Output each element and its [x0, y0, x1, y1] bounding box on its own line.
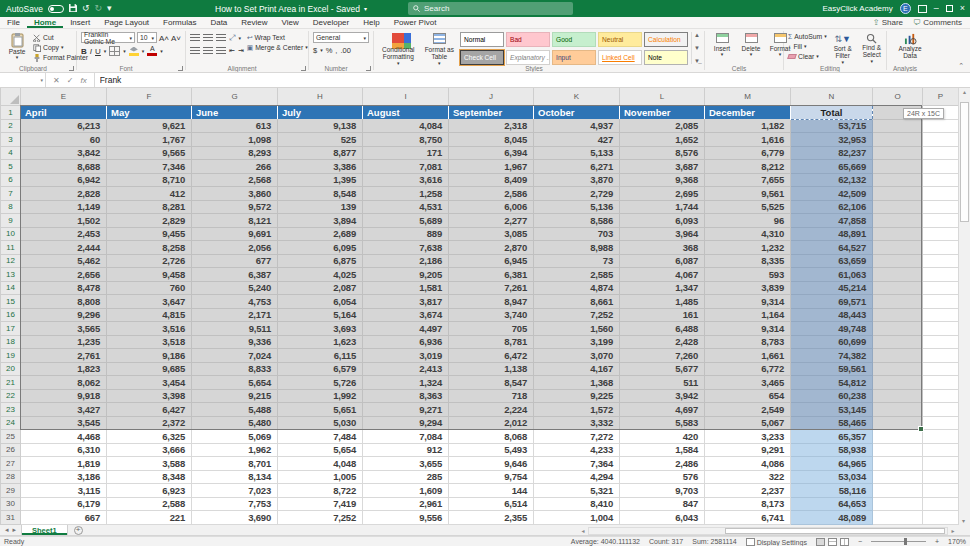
row-header-3[interactable]: 3: [1, 133, 21, 147]
cell-N20[interactable]: 59,561: [791, 362, 873, 376]
cell-G22[interactable]: 9,215: [192, 389, 278, 403]
cell-I11[interactable]: 7,638: [363, 241, 449, 255]
cell-M9[interactable]: 96: [705, 214, 791, 228]
cell-H2[interactable]: 9,138: [278, 119, 363, 133]
row-header-24[interactable]: 24: [1, 416, 21, 430]
cell-G15[interactable]: 4,753: [192, 295, 278, 309]
cell-N22[interactable]: 60,238: [791, 389, 873, 403]
cell-P9[interactable]: [923, 214, 959, 228]
cell-G7[interactable]: 3,860: [192, 187, 278, 201]
cell-P4[interactable]: [923, 146, 959, 160]
cell-H28[interactable]: 1,005: [278, 470, 363, 484]
cell-O22[interactable]: [873, 389, 923, 403]
style-chip-calculation[interactable]: Calculation: [644, 32, 688, 47]
cell-O8[interactable]: [873, 200, 923, 214]
cell-M20[interactable]: 6,772: [705, 362, 791, 376]
percent-button[interactable]: %: [326, 46, 333, 55]
row-header-21[interactable]: 21: [1, 376, 21, 390]
cell-L5[interactable]: 3,687: [620, 160, 705, 174]
sheet-nav-left-icon[interactable]: ◂: [5, 526, 9, 534]
style-chip-note[interactable]: Note: [644, 50, 688, 65]
cell-H21[interactable]: 5,726: [278, 376, 363, 390]
cell-F17[interactable]: 3,516: [107, 322, 192, 336]
row-header-26[interactable]: 26: [1, 443, 21, 457]
cell-K30[interactable]: 8,410: [534, 497, 620, 511]
row-header-6[interactable]: 6: [1, 173, 21, 187]
cell-P22[interactable]: [923, 389, 959, 403]
cell-L15[interactable]: 1,485: [620, 295, 705, 309]
cell-L19[interactable]: 7,260: [620, 349, 705, 363]
cell-M30[interactable]: 8,173: [705, 497, 791, 511]
row-header-22[interactable]: 22: [1, 389, 21, 403]
restore-button[interactable]: [946, 5, 953, 12]
cell-E20[interactable]: 1,823: [21, 362, 107, 376]
share-button[interactable]: ⇪ Share: [873, 18, 903, 27]
cell-E27[interactable]: 1,819: [21, 457, 107, 471]
cell-K18[interactable]: 3,199: [534, 335, 620, 349]
clipboard-dialog-launcher[interactable]: [69, 66, 74, 71]
cell-J5[interactable]: 1,967: [449, 160, 534, 174]
cell-O4[interactable]: [873, 146, 923, 160]
cell-G24[interactable]: 5,480: [192, 416, 278, 430]
italic-button[interactable]: I: [90, 47, 92, 56]
cell-O27[interactable]: [873, 457, 923, 471]
cell-G25[interactable]: 5,069: [192, 430, 278, 444]
style-chip-check-cell[interactable]: Check Cell: [460, 50, 504, 65]
cell-I3[interactable]: 8,750: [363, 133, 449, 147]
cell-I16[interactable]: 3,674: [363, 308, 449, 322]
cell-K12[interactable]: 73: [534, 254, 620, 268]
cell-N15[interactable]: 69,571: [791, 295, 873, 309]
font-dialog-launcher[interactable]: [178, 66, 183, 71]
cell-F21[interactable]: 3,454: [107, 376, 192, 390]
cell-P24[interactable]: [923, 416, 959, 430]
cell-F6[interactable]: 8,710: [107, 173, 192, 187]
column-header-N[interactable]: N: [791, 88, 873, 105]
cell-P11[interactable]: [923, 241, 959, 255]
cell-L28[interactable]: 576: [620, 470, 705, 484]
cell-E21[interactable]: 8,062: [21, 376, 107, 390]
currency-button[interactable]: $: [313, 46, 317, 55]
cell-E1[interactable]: April: [21, 105, 107, 119]
cell-K17[interactable]: 1,560: [534, 322, 620, 336]
decimal-buttons[interactable]: .00: [340, 46, 350, 55]
cell-O20[interactable]: [873, 362, 923, 376]
style-chip-normal[interactable]: Normal: [460, 32, 504, 47]
cell-H20[interactable]: 6,579: [278, 362, 363, 376]
cell-M5[interactable]: 8,212: [705, 160, 791, 174]
cell-F20[interactable]: 9,685: [107, 362, 192, 376]
cell-J13[interactable]: 6,381: [449, 268, 534, 282]
align-top-icon[interactable]: [190, 34, 200, 42]
cell-P10[interactable]: [923, 227, 959, 241]
cell-G10[interactable]: 9,691: [192, 227, 278, 241]
cell-I2[interactable]: 4,084: [363, 119, 449, 133]
cell-F2[interactable]: 9,621: [107, 119, 192, 133]
cell-P28[interactable]: [923, 470, 959, 484]
column-header-M[interactable]: M: [705, 88, 791, 105]
cell-E7[interactable]: 2,828: [21, 187, 107, 201]
cell-F28[interactable]: 8,348: [107, 470, 192, 484]
cell-K10[interactable]: 703: [534, 227, 620, 241]
cell-M24[interactable]: 5,067: [705, 416, 791, 430]
tab-home[interactable]: Home: [27, 17, 63, 28]
cell-J19[interactable]: 6,472: [449, 349, 534, 363]
cell-I21[interactable]: 1,324: [363, 376, 449, 390]
cell-H18[interactable]: 1,623: [278, 335, 363, 349]
cell-M17[interactable]: 9,314: [705, 322, 791, 336]
cell-I29[interactable]: 1,609: [363, 484, 449, 498]
row-header-2[interactable]: 2: [1, 119, 21, 133]
cell-M8[interactable]: 5,525: [705, 200, 791, 214]
cell-O21[interactable]: [873, 376, 923, 390]
cell-E2[interactable]: 6,213: [21, 119, 107, 133]
cell-O23[interactable]: [873, 403, 923, 417]
cell-M18[interactable]: 8,783: [705, 335, 791, 349]
cell-O10[interactable]: [873, 227, 923, 241]
cell-P29[interactable]: [923, 484, 959, 498]
column-header-P[interactable]: P: [923, 88, 959, 105]
page-break-view-icon[interactable]: [840, 538, 849, 546]
column-header-F[interactable]: F: [107, 88, 192, 105]
cell-F22[interactable]: 3,398: [107, 389, 192, 403]
cell-G5[interactable]: 266: [192, 160, 278, 174]
cell-N18[interactable]: 60,699: [791, 335, 873, 349]
find-select-button[interactable]: Find & Select▾: [859, 32, 885, 66]
cell-M16[interactable]: 1,164: [705, 308, 791, 322]
